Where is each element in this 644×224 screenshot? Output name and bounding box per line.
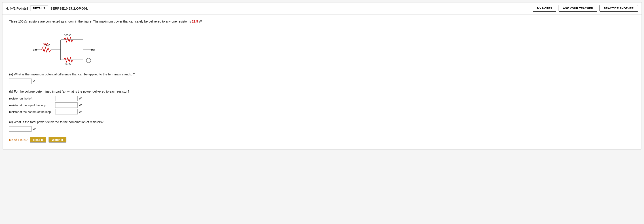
circuit-svg: a 100 Ω 100 Ω xyxy=(22,27,98,68)
read-it-button[interactable]: Read It xyxy=(30,137,46,143)
svg-text:100 Ω: 100 Ω xyxy=(64,34,71,37)
problem-header: 4. [–/2 Points] DETAILS SERPSE10 27.2.OP… xyxy=(2,2,642,14)
resistor-bottom-unit: W xyxy=(79,110,82,113)
main-content: Three 100 Ω resistors are connected as s… xyxy=(2,14,642,149)
svg-text:b: b xyxy=(93,48,95,51)
watch-it-button[interactable]: Watch It xyxy=(48,137,66,143)
resistor-bottom-label: resistor at the bottom of the loop xyxy=(9,110,54,113)
part-b-label: (b) For the voltage determined in part (… xyxy=(9,89,635,94)
resistor-bottom-input[interactable] xyxy=(55,109,78,114)
part-a-unit: V xyxy=(33,80,35,83)
resistor-top-label: resistor at the top of the loop xyxy=(9,104,54,107)
part-c-input-row: W xyxy=(9,126,635,132)
page-wrapper: 4. [–/2 Points] DETAILS SERPSE10 27.2.OP… xyxy=(2,2,642,149)
resistor-left-label: resistor on the left xyxy=(9,97,54,100)
need-help-section: Need Help? Read It Watch It xyxy=(9,137,635,143)
part-a-italic1: a xyxy=(122,73,124,76)
svg-text:a: a xyxy=(33,48,34,51)
problem-text-main: Three 100 Ω resistors are connected as s… xyxy=(9,20,191,23)
part-b-row-2: resistor at the bottom of the loop W xyxy=(9,109,635,114)
part-a-section: (a) What is the maximum potential differ… xyxy=(9,72,635,84)
part-a-italic2: b xyxy=(130,73,132,76)
resistor-left-input[interactable] xyxy=(55,96,78,101)
svg-text:100 Ω: 100 Ω xyxy=(64,62,71,66)
svg-point-13 xyxy=(91,49,93,51)
svg-text:i: i xyxy=(88,59,88,62)
circuit-diagram: a 100 Ω 100 Ω xyxy=(22,27,98,68)
svg-point-15 xyxy=(86,58,91,63)
part-b-row-0: resistor on the left W xyxy=(9,96,635,101)
part-a-input-row: V xyxy=(9,79,635,84)
part-b-row-1: resistor at the top of the loop W xyxy=(9,103,635,108)
problem-id: SERPSE10 27.2.OP.004. xyxy=(50,6,88,10)
header-right: MY NOTES ASK YOUR TEACHER PRACTICE ANOTH… xyxy=(533,5,638,12)
practice-another-button[interactable]: PRACTICE ANOTHER xyxy=(600,5,638,12)
part-a-and: and xyxy=(124,73,130,76)
svg-point-0 xyxy=(35,49,37,51)
part-a-input[interactable] xyxy=(9,79,32,84)
part-a-label: (a) What is the maximum potential differ… xyxy=(9,72,635,77)
part-c-label: (c) What is the total power delivered to… xyxy=(9,120,635,124)
resistor-top-unit: W xyxy=(79,104,82,107)
part-c-section: (c) What is the total power delivered to… xyxy=(9,120,635,132)
header-left: 4. [–/2 Points] DETAILS SERPSE10 27.2.OP… xyxy=(6,5,530,11)
resistor-top-input[interactable] xyxy=(55,103,78,108)
resistor-left-unit: W xyxy=(79,97,82,100)
details-button[interactable]: DETAILS xyxy=(30,5,48,11)
part-c-input[interactable] xyxy=(9,126,32,132)
highlight-value: 22.5 xyxy=(192,20,198,23)
ask-teacher-button[interactable]: ASK YOUR TEACHER xyxy=(558,5,597,12)
need-help-label: Need Help? xyxy=(9,138,28,142)
problem-text-unit: W. xyxy=(199,20,202,23)
part-a-text: (a) What is the maximum potential differ… xyxy=(9,73,121,76)
my-notes-button[interactable]: MY NOTES xyxy=(533,5,556,12)
part-c-unit: W xyxy=(33,127,36,131)
points-label: 4. [–/2 Points] xyxy=(6,6,28,10)
part-a-end: ? xyxy=(133,73,135,76)
problem-description: Three 100 Ω resistors are connected as s… xyxy=(9,19,635,24)
part-b-section: (b) For the voltage determined in part (… xyxy=(9,89,635,114)
